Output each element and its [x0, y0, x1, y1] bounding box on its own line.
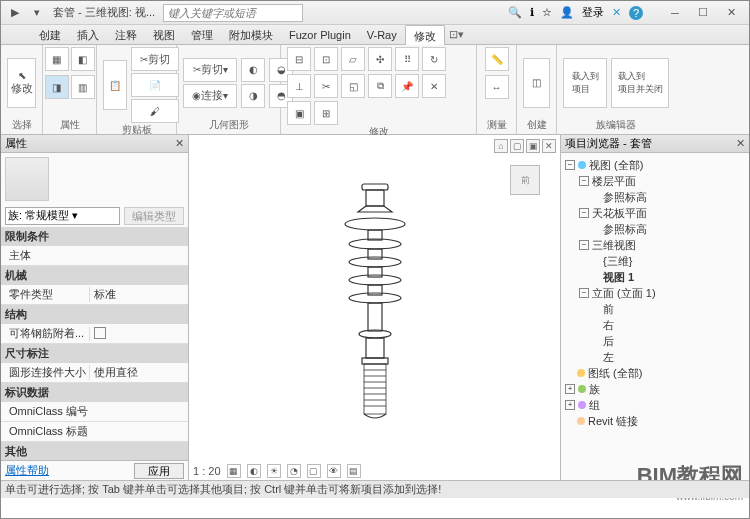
- browser-close-icon[interactable]: ✕: [736, 137, 745, 150]
- delete-button[interactable]: ✕: [422, 74, 446, 98]
- prop-btn4[interactable]: ▥: [71, 75, 95, 99]
- tab-view[interactable]: 视图: [145, 25, 183, 45]
- select-tool[interactable]: ⬉修改: [7, 58, 36, 108]
- part-type-value[interactable]: 标准: [89, 287, 188, 302]
- node-3d2[interactable]: 视图 1: [603, 270, 634, 285]
- node-views[interactable]: 视图 (全部): [589, 158, 643, 173]
- maximize-button[interactable]: ☐: [689, 2, 717, 24]
- move-button[interactable]: ✣: [368, 47, 392, 71]
- array-button[interactable]: ⠿: [395, 47, 419, 71]
- expand-icon[interactable]: −: [565, 160, 575, 170]
- view-cube[interactable]: 前: [510, 165, 540, 195]
- app-icon[interactable]: ▶: [5, 3, 25, 23]
- tab-fuzor[interactable]: Fuzor Plugin: [281, 25, 359, 45]
- load-close-button[interactable]: 载入到 项目并关闭: [611, 58, 669, 108]
- node-ref2[interactable]: 参照标高: [603, 222, 647, 237]
- help-icon[interactable]: ?: [629, 6, 643, 20]
- load-project-button[interactable]: 载入到 项目: [563, 58, 607, 108]
- cut-button[interactable]: ✂ 剪切: [131, 47, 179, 71]
- tab-addins[interactable]: 附加模块: [221, 25, 281, 45]
- edit-type-button[interactable]: 编辑类型: [124, 207, 184, 225]
- node-ceil[interactable]: 天花板平面: [592, 206, 647, 221]
- tab-modify[interactable]: 修改: [405, 25, 445, 45]
- node-e1[interactable]: 前: [603, 302, 614, 317]
- properties-close-icon[interactable]: ✕: [175, 137, 184, 150]
- join-geom[interactable]: ◉ 连接▾: [183, 84, 237, 108]
- node-e2[interactable]: 右: [603, 318, 614, 333]
- node-ref1[interactable]: 参照标高: [603, 190, 647, 205]
- prop-btn2[interactable]: ◧: [71, 47, 95, 71]
- tab-insert[interactable]: 插入: [69, 25, 107, 45]
- cut-geom[interactable]: ✂ 剪切▾: [183, 58, 237, 82]
- copy-mod[interactable]: ⧉: [368, 74, 392, 98]
- expand-icon[interactable]: −: [579, 288, 589, 298]
- vp-close-icon[interactable]: ✕: [542, 139, 556, 153]
- paste-button[interactable]: 📋: [103, 60, 127, 110]
- tab-manage[interactable]: 管理: [183, 25, 221, 45]
- node-e4[interactable]: 左: [603, 350, 614, 365]
- expand-icon[interactable]: −: [579, 240, 589, 250]
- search-input[interactable]: [163, 4, 303, 22]
- vp-detail-icon[interactable]: ▦: [227, 464, 241, 478]
- recent-icon[interactable]: ▾: [27, 3, 47, 23]
- project-tree[interactable]: −视图 (全部) −楼层平面 参照标高 −天花板平面 参照标高 −三维视图 {三…: [561, 153, 749, 480]
- node-floor[interactable]: 楼层平面: [592, 174, 636, 189]
- trim-button[interactable]: ⊥: [287, 74, 311, 98]
- mirror-button[interactable]: ▱: [341, 47, 365, 71]
- geom-1[interactable]: ◐: [241, 58, 265, 82]
- vp-sun-icon[interactable]: ☀: [267, 464, 281, 478]
- node-families[interactable]: 族: [589, 382, 600, 397]
- star-icon[interactable]: ☆: [542, 6, 552, 19]
- create-button[interactable]: ◫: [523, 58, 550, 108]
- mod-14[interactable]: ⊞: [314, 101, 338, 125]
- offset-button[interactable]: ⊡: [314, 47, 338, 71]
- group-button[interactable]: ▣: [287, 101, 311, 125]
- vp-style-icon[interactable]: ◐: [247, 464, 261, 478]
- vp-reveal-icon[interactable]: ▤: [347, 464, 361, 478]
- prop-btn1[interactable]: ▦: [45, 47, 69, 71]
- expand-icon[interactable]: +: [565, 400, 575, 410]
- info-icon[interactable]: ℹ: [530, 6, 534, 19]
- node-3d1[interactable]: {三维}: [603, 254, 632, 269]
- vp-home-icon[interactable]: ⌂: [494, 139, 508, 153]
- copy-button[interactable]: 📄: [131, 73, 179, 97]
- node-elev[interactable]: 立面 (立面 1): [592, 286, 656, 301]
- match-button[interactable]: 🖌: [131, 99, 179, 123]
- login-label[interactable]: 登录: [582, 5, 604, 20]
- round-conn-value[interactable]: 使用直径: [89, 365, 188, 380]
- prop-btn3[interactable]: ◨: [45, 75, 69, 99]
- dim-button[interactable]: ↔: [485, 75, 509, 99]
- vp-restore-icon[interactable]: ▢: [510, 139, 524, 153]
- node-3d[interactable]: 三维视图: [592, 238, 636, 253]
- expand-icon[interactable]: +: [565, 384, 575, 394]
- rotate-button[interactable]: ↻: [422, 47, 446, 71]
- align-button[interactable]: ⊟: [287, 47, 311, 71]
- measure-button[interactable]: 📏: [485, 47, 509, 71]
- close-button[interactable]: ✕: [717, 2, 745, 24]
- rebar-value[interactable]: [89, 327, 188, 341]
- tab-annotate[interactable]: 注释: [107, 25, 145, 45]
- pin-button[interactable]: 📌: [395, 74, 419, 98]
- family-selector[interactable]: 族: 常规模型 ▾: [5, 207, 120, 225]
- node-revit-link[interactable]: Revit 链接: [588, 414, 638, 429]
- scale-button[interactable]: ◱: [341, 74, 365, 98]
- exchange-icon[interactable]: ✕: [612, 6, 621, 19]
- tab-vray[interactable]: V-Ray: [359, 25, 405, 45]
- vp-crop-icon[interactable]: ▢: [307, 464, 321, 478]
- geom-2[interactable]: ◑: [241, 84, 265, 108]
- tab-create[interactable]: 创建: [31, 25, 69, 45]
- split-button[interactable]: ✂: [314, 74, 338, 98]
- panel-toggle-icon[interactable]: ⊡▾: [449, 28, 464, 41]
- scale-label[interactable]: 1 : 20: [193, 465, 221, 477]
- expand-icon[interactable]: −: [579, 176, 589, 186]
- user-icon[interactable]: 👤: [560, 6, 574, 19]
- node-groups[interactable]: 组: [589, 398, 600, 413]
- node-sheets[interactable]: 图纸 (全部): [588, 366, 642, 381]
- property-help-link[interactable]: 属性帮助: [5, 463, 49, 478]
- expand-icon[interactable]: −: [579, 208, 589, 218]
- vp-max-icon[interactable]: ▣: [526, 139, 540, 153]
- minimize-button[interactable]: ─: [661, 2, 689, 24]
- vp-hide-icon[interactable]: 👁: [327, 464, 341, 478]
- vp-shadow-icon[interactable]: ◔: [287, 464, 301, 478]
- apply-button[interactable]: 应用: [134, 463, 184, 479]
